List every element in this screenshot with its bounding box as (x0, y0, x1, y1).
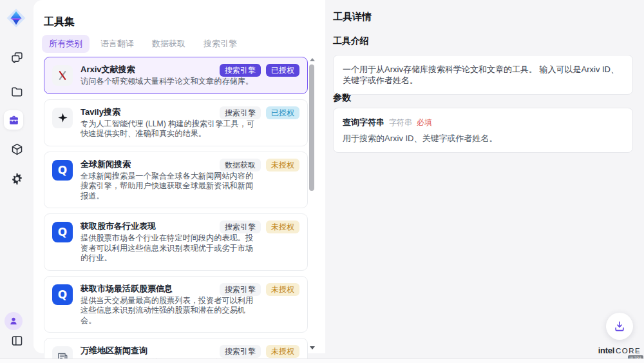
tool-description: 访问各个研究领域大量科学论文和文章的存储库。 (80, 77, 253, 87)
param-description: 用于搜索的Arxiv ID、关键字或作者姓名。 (343, 133, 623, 144)
tab-language-translation[interactable]: 语言翻译 (93, 35, 141, 53)
tool-category-tag: 数据获取 (220, 159, 261, 172)
tool-auth-badge: 已授权 (266, 106, 299, 119)
tool-auth-badge: 已授权 (266, 64, 299, 77)
tool-auth-badge: 未授权 (266, 283, 299, 296)
tool-list-panel: 工具集 所有类别 语言翻译 数据获取 搜索引擎 Arxiv文献搜索 访问各个研究… (33, 0, 325, 353)
tool-category-tag: 搜索引擎 (220, 64, 261, 77)
brand-core: CORE (616, 347, 641, 355)
scroll-up-icon[interactable] (310, 58, 315, 61)
tool-category-tag: 搜索引擎 (220, 283, 261, 296)
tool-card-list: Arxiv文献搜索 访问各个研究领域大量科学论文和文章的存储库。 搜索引擎 已授… (44, 57, 308, 363)
tool-card[interactable]: Q 获取股市各行业表现 提供股票市场各个行业在特定时间段内的表现。投资者可以利用… (44, 213, 308, 271)
intro-text: 一个用于从Arxiv存储库搜索科学论文和文章的工具。 输入可以是Arxiv ID… (333, 55, 633, 95)
cube-icon[interactable] (9, 141, 24, 157)
tool-card[interactable]: Arxiv文献搜索 访问各个研究领域大量科学论文和文章的存储库。 搜索引擎 已授… (44, 57, 308, 94)
tool-description: 全球新闻搜索是一个聚合全球各大新闻网站内容的搜索引擎，帮助用户快速获取全球最新资… (80, 172, 261, 202)
tool-auth-badge: 未授权 (266, 159, 299, 172)
tool-auth-badge: 未授权 (266, 345, 299, 358)
app-logo (5, 7, 27, 29)
folder-icon[interactable] (9, 84, 24, 99)
sidebar (0, 0, 33, 358)
tool-description: 专为人工智能代理 (LLM) 构建的搜索引擎工具，可快速提供实时、准确和真实的结… (80, 119, 261, 139)
tool-category-tag: 搜索引擎 (220, 345, 261, 358)
category-tabs: 所有类别 语言翻译 数据获取 搜索引擎 (42, 35, 244, 53)
q-icon: Q (52, 284, 73, 305)
tab-search-engine[interactable]: 搜索引擎 (196, 35, 244, 53)
panels-icon[interactable] (9, 333, 24, 348)
tool-auth-badge: 未授权 (266, 221, 299, 233)
brand-intel: intel (598, 346, 614, 355)
tool-card[interactable]: Q 获取市场最活跃股票信息 提供当天交易量最高的股票列表，投资者可以利用这些信息… (44, 276, 308, 333)
q-icon: Q (52, 160, 73, 181)
intro-heading: 工具介绍 (333, 35, 369, 47)
param-name: 查询字符串 (343, 117, 384, 128)
bottom-strip (0, 358, 644, 363)
tavily-icon (52, 108, 73, 128)
toolbox-icon[interactable] (4, 110, 23, 130)
param-card: 查询字符串 字符串 必填 用于搜索的Arxiv ID、关键字或作者姓名。 (333, 108, 633, 153)
params-heading: 参数 (333, 92, 351, 104)
download-button[interactable] (606, 313, 633, 340)
scrollbar-thumb[interactable] (309, 64, 314, 191)
chat-icon[interactable] (9, 50, 24, 65)
tool-category-tag: 搜索引擎 (220, 106, 261, 119)
arxiv-icon (52, 65, 73, 86)
tool-category-tag: 搜索引擎 (220, 221, 261, 233)
tab-data-acquisition[interactable]: 数据获取 (145, 35, 193, 53)
param-required-badge: 必填 (417, 117, 432, 128)
q-icon: Q (52, 222, 73, 242)
user-icon[interactable] (5, 312, 23, 330)
tool-detail-panel: 工具详情 工具介绍 一个用于从Arxiv存储库搜索科学论文和文章的工具。 输入可… (325, 0, 644, 358)
tool-description: 提供股票市场各个行业在特定时间段内的表现。投资者可以利用这些信息来识别表现优于或… (80, 233, 261, 264)
tool-card[interactable]: Q 全球新闻搜索 全球新闻搜索是一个聚合全球各大新闻网站内容的搜索引擎，帮助用户… (44, 152, 308, 209)
param-type: 字符串 (389, 117, 412, 128)
intel-core-logo: intel CORE ULTRA (592, 344, 644, 356)
tool-card[interactable]: Tavily搜索 专为人工智能代理 (LLM) 构建的搜索引擎工具，可快速提供实… (44, 99, 308, 146)
scroll-down-icon[interactable] (310, 346, 315, 349)
page-title: 工具集 (44, 15, 75, 29)
download-icon (613, 320, 626, 333)
tool-description: 提供当天交易量最高的股票列表，投资者可以利用这些信息来识别流动性强的股票和潜在的… (80, 296, 261, 326)
detail-title: 工具详情 (333, 11, 372, 23)
scrollbar[interactable] (309, 57, 315, 351)
gear-icon[interactable] (9, 171, 24, 186)
tab-all-categories[interactable]: 所有类别 (42, 35, 90, 53)
